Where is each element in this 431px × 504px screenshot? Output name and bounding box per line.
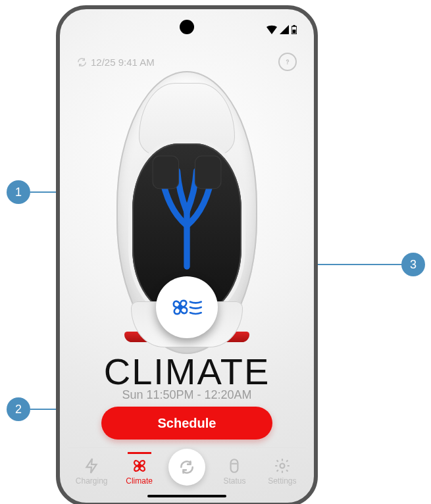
svg-rect-8 [231,459,238,472]
tab-label: Climate [126,476,153,486]
car-top-view [116,71,257,354]
battery-icon [292,25,297,34]
fan-small-icon [131,457,148,474]
tab-charging[interactable]: Charging [68,452,115,486]
tab-label: Charging [76,476,108,486]
last-updated-row: 12/25 9:41 AM [77,53,297,71]
callout-badge-1: 1 [7,180,30,204]
annotated-screenshot: 1 2 3 12/25 9:41 AM [0,0,431,504]
climate-fan-button[interactable] [156,276,218,338]
fan-icon [170,292,203,322]
tab-label: Status [223,476,245,486]
svg-rect-1 [293,25,295,26]
help-button[interactable] [278,53,297,71]
tab-settings[interactable]: Settings [259,452,306,486]
camera-hole [180,20,194,34]
question-icon [284,58,292,66]
last-updated-text: 12/25 9:41 AM [91,57,155,68]
tab-refresh[interactable] [163,461,211,486]
svg-rect-2 [293,30,296,34]
schedule-window: Sun 11:50PM - 12:20AM [60,388,314,402]
bottom-tabbar: Charging Climate [68,447,306,486]
car-front-icon [226,457,243,474]
statusbar-icons [266,25,297,34]
callout-badge-3: 3 [401,253,425,276]
tab-status[interactable]: Status [211,452,258,486]
signal-icon [280,25,289,34]
bolt-icon [83,457,100,474]
tab-label: Settings [268,476,296,486]
callout-badge-2: 2 [7,397,30,421]
gear-icon [274,457,291,474]
svg-rect-4 [153,156,178,189]
svg-rect-5 [195,156,220,189]
phone-frame: 12/25 9:41 AM [56,5,318,504]
schedule-button[interactable]: Schedule [101,407,272,440]
wifi-icon [266,25,277,34]
sync-icon [77,57,87,67]
svg-point-10 [280,464,284,468]
page-title: CLIMATE [60,350,314,393]
svg-point-3 [288,64,288,64]
tab-climate[interactable]: Climate [115,452,163,486]
home-indicator [147,495,226,497]
refresh-icon [178,459,195,476]
